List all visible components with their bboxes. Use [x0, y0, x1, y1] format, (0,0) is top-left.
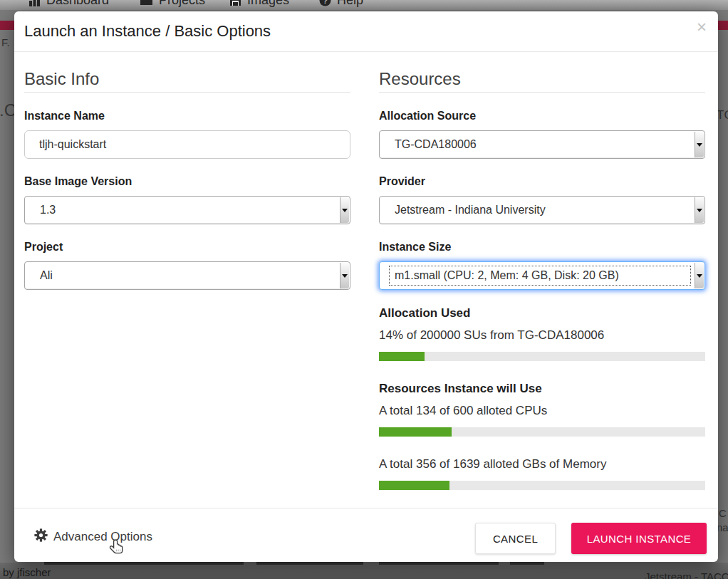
base-image-version-select[interactable]: 1.3	[24, 196, 350, 224]
background-nav-bar: Dashboard Projects Images ? Help	[0, 0, 728, 10]
chevron-down-icon	[695, 197, 704, 223]
allocation-source-label: Allocation Source	[379, 110, 705, 122]
folder-icon	[140, 0, 153, 6]
advanced-options-label: Advanced Options	[53, 530, 152, 544]
selected-value: m1.small (CPU: 2, Mem: 4 GB, Disk: 20 GB…	[395, 262, 619, 289]
instance-size-select[interactable]: m1.small (CPU: 2, Mem: 4 GB, Disk: 20 GB…	[379, 261, 705, 290]
chevron-down-icon	[695, 263, 704, 288]
background-text-fragment: F.	[1, 36, 10, 48]
cancel-button[interactable]: CANCEL	[475, 523, 556, 554]
nav-tab-label: Help	[337, 0, 363, 8]
project-label: Project	[24, 241, 350, 254]
nav-tab-label: Images	[247, 0, 289, 8]
nav-tab-images[interactable]: Images	[229, 0, 289, 10]
instance-size-label: Instance Size	[379, 241, 705, 254]
chevron-down-icon	[695, 132, 704, 157]
allocation-used-progress-bar	[379, 352, 705, 361]
background-provider-label: Jetstream - TACC	[645, 570, 728, 579]
floppy-icon	[229, 0, 241, 6]
instance-name-label: Instance Name	[24, 110, 350, 122]
allocation-source-select[interactable]: TG-CDA180006	[379, 130, 705, 159]
selected-value: TG-CDA180006	[395, 131, 477, 158]
nav-tab-label: Projects	[159, 0, 205, 8]
chevron-down-icon	[340, 197, 349, 223]
modal-title: Launch an Instance / Basic Options	[24, 22, 271, 41]
instance-name-input[interactable]	[24, 130, 350, 159]
selected-value: Ali	[40, 262, 53, 289]
nav-tab-label: Dashboard	[46, 0, 109, 8]
close-icon[interactable]: ×	[697, 19, 707, 36]
allocation-used-text: 14% of 200000 SUs from TG-CDA180006	[379, 328, 705, 342]
nav-tab-dashboard[interactable]: Dashboard	[28, 0, 109, 10]
base-image-version-label: Base Image Version	[24, 175, 350, 188]
background-text-fragment	[510, 562, 544, 565]
help-circle-icon: ?	[319, 0, 331, 6]
allocation-used-heading: Allocation Used	[379, 306, 705, 320]
background-footer-band	[0, 563, 728, 579]
basic-info-section: Basic Info Instance Name Base Image Vers…	[24, 69, 350, 306]
progress-fill	[379, 352, 425, 361]
modal-footer: Advanced Options CANCEL LAUNCH INSTANCE	[14, 508, 718, 562]
modal-header: Launch an Instance / Basic Options ×	[14, 11, 718, 52]
nav-tab-projects[interactable]: Projects	[140, 0, 205, 10]
selected-value: 1.3	[40, 197, 56, 224]
provider-label: Provider	[379, 175, 705, 188]
background-byline: by jfischer	[3, 566, 51, 578]
background-text-fragment: TC	[717, 108, 728, 122]
background-text-fragment: na	[717, 521, 728, 533]
selected-value: Jetstream - Indiana University	[395, 197, 546, 224]
background-text-fragment	[256, 562, 363, 565]
instance-usage-heading: Resources Instance will Use	[379, 382, 705, 395]
launch-instance-modal: Launch an Instance / Basic Options × Bas…	[14, 11, 718, 562]
progress-fill	[379, 481, 449, 490]
chevron-down-icon	[340, 263, 349, 288]
bar-chart-icon	[28, 0, 41, 6]
nav-tab-help[interactable]: ? Help	[319, 0, 363, 10]
memory-usage-progress-bar	[379, 481, 705, 490]
provider-select[interactable]: Jetstream - Indiana University	[379, 196, 705, 224]
project-select[interactable]: Ali	[24, 261, 350, 290]
svg-text:?: ?	[323, 0, 328, 4]
resources-section: Resources Allocation Source TG-CDA180006…	[379, 69, 705, 511]
cpu-usage-text: A total 134 of 600 alloted CPUs	[379, 404, 705, 417]
gear-icon	[34, 528, 48, 546]
cpu-usage-progress-bar	[379, 427, 705, 437]
basic-info-heading: Basic Info	[24, 69, 350, 93]
advanced-options-button[interactable]: Advanced Options	[34, 528, 152, 546]
background-text-fragment: C	[719, 507, 727, 519]
resources-heading: Resources	[379, 69, 705, 93]
memory-usage-text: A total 356 of 1639 alloted GBs of Memor…	[379, 457, 705, 471]
background-text-fragment	[44, 562, 244, 565]
progress-fill	[379, 427, 452, 437]
launch-instance-button[interactable]: LAUNCH INSTANCE	[571, 523, 707, 554]
background-text-fragment	[379, 562, 499, 565]
